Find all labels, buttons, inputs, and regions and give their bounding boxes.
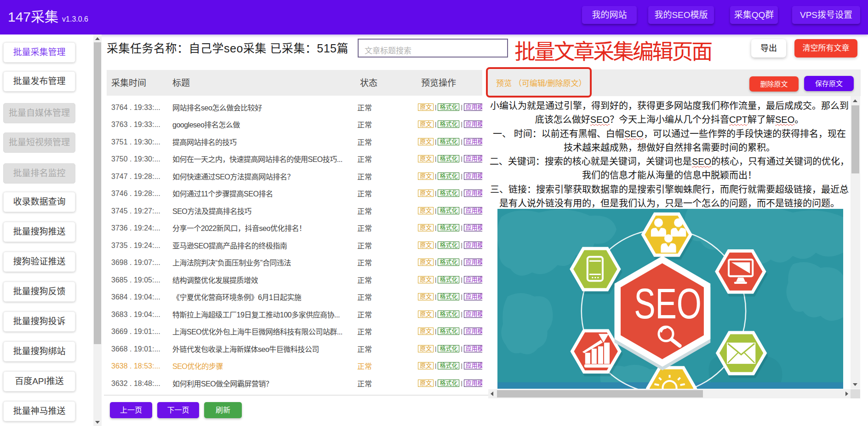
svg-text:SEO: SEO [634, 280, 702, 328]
